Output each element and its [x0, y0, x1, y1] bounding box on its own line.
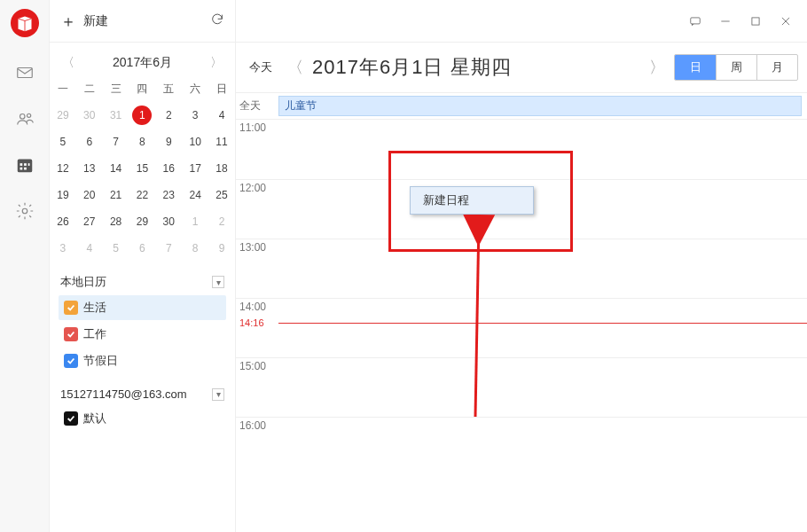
mini-cal-day[interactable]: 24: [182, 182, 208, 208]
time-grid[interactable]: 11:0012:0013:0014:0015:0016:00 14:16 新建日…: [236, 120, 807, 532]
allday-label: 全天: [236, 93, 278, 119]
mini-cal-day[interactable]: 15: [129, 155, 156, 182]
mini-cal-day[interactable]: 14: [103, 155, 129, 182]
mini-cal-day[interactable]: 17: [182, 155, 208, 182]
checkbox-icon[interactable]: [64, 327, 78, 341]
today-button[interactable]: 今天: [243, 57, 278, 78]
weekday-head: 二: [76, 76, 103, 102]
mini-cal-day[interactable]: 18: [208, 155, 235, 182]
calendar-label: 默认: [83, 411, 106, 426]
now-indicator: [278, 323, 807, 324]
checkbox-icon[interactable]: [64, 301, 78, 315]
settings-icon[interactable]: [14, 200, 35, 222]
calendar-item[interactable]: 节假日: [59, 348, 226, 373]
mail-icon[interactable]: [14, 62, 35, 83]
mini-cal-day[interactable]: 27: [76, 208, 103, 235]
hour-row[interactable]: [278, 357, 807, 417]
calendar-item[interactable]: 生活: [59, 295, 226, 320]
mini-cal-day[interactable]: 7: [155, 235, 182, 262]
maximize-icon[interactable]: [748, 15, 763, 27]
mini-cal-day[interactable]: 6: [129, 235, 156, 262]
mini-cal-day[interactable]: 31: [103, 102, 129, 129]
hour-label: 15:00: [236, 357, 278, 417]
chat-icon[interactable]: [688, 15, 702, 27]
calendar-icon[interactable]: [14, 154, 35, 176]
hour-row[interactable]: [278, 298, 807, 357]
day-header: 今天 〈 2017年6月1日 星期四 〉 日 周 月: [236, 43, 807, 92]
svg-rect-4: [20, 163, 22, 166]
checkbox-icon[interactable]: [64, 354, 78, 368]
mini-cal-day[interactable]: 2: [155, 102, 182, 129]
mini-cal-day[interactable]: 21: [103, 182, 129, 208]
mini-cal-day[interactable]: 23: [155, 182, 182, 208]
mini-cal-day[interactable]: 5: [50, 129, 76, 155]
hour-row[interactable]: [278, 239, 807, 298]
view-day[interactable]: 日: [675, 55, 716, 80]
contacts-icon[interactable]: [14, 108, 35, 129]
expand-icon[interactable]: ▾: [212, 276, 224, 288]
mini-cal-day[interactable]: 1: [129, 102, 156, 129]
allday-event[interactable]: 儿童节: [278, 96, 802, 116]
mini-cal-day[interactable]: 26: [50, 208, 76, 235]
mini-cal-day[interactable]: 22: [129, 182, 156, 208]
mini-cal-day[interactable]: 5: [103, 235, 129, 262]
mini-cal-day[interactable]: 6: [76, 129, 103, 155]
mini-cal-day[interactable]: 8: [129, 129, 156, 155]
new-button[interactable]: 新建: [83, 13, 108, 29]
mini-cal-day[interactable]: 4: [76, 235, 103, 262]
mini-cal-day[interactable]: 2: [208, 208, 235, 235]
local-calendars-group: 本地日历 ▾ 生活工作节假日: [50, 262, 235, 375]
svg-point-2: [27, 113, 30, 117]
now-label: 14:16: [239, 317, 264, 328]
next-day[interactable]: 〉: [640, 51, 674, 83]
weekday-head: 日: [208, 76, 235, 102]
calendar-item[interactable]: 工作: [59, 322, 226, 347]
weekday-head: 一: [50, 76, 76, 102]
context-menu-new-event[interactable]: 新建日程: [410, 186, 534, 215]
mini-cal-day[interactable]: 8: [182, 235, 208, 262]
mini-cal-day[interactable]: 19: [50, 182, 76, 208]
prev-day[interactable]: 〈: [278, 51, 312, 83]
mini-cal-day[interactable]: 7: [103, 129, 129, 155]
plus-icon[interactable]: ＋: [60, 11, 76, 32]
refresh-icon[interactable]: [210, 12, 224, 30]
mini-cal-day[interactable]: 3: [50, 235, 76, 262]
window-controls: [236, 0, 807, 43]
mini-cal-prev[interactable]: 〈: [59, 51, 78, 74]
hour-label: 12:00: [236, 179, 278, 239]
mini-cal-day[interactable]: 1: [182, 208, 208, 235]
mini-cal-day[interactable]: 25: [208, 182, 235, 208]
hour-row[interactable]: [278, 417, 807, 476]
calendar-item[interactable]: 默认: [59, 406, 226, 431]
mini-cal-day[interactable]: 29: [50, 102, 76, 129]
mini-cal-day[interactable]: 28: [103, 208, 129, 235]
expand-icon[interactable]: ▾: [212, 388, 224, 401]
calendar-label: 工作: [83, 326, 106, 342]
mini-cal-day[interactable]: 13: [76, 155, 103, 182]
hour-row[interactable]: [278, 179, 807, 239]
minimize-icon[interactable]: [718, 15, 733, 27]
svg-rect-8: [24, 168, 27, 170]
mini-cal-day[interactable]: 30: [155, 208, 182, 235]
checkbox-icon[interactable]: [64, 411, 78, 426]
mini-cal-day[interactable]: 4: [208, 102, 235, 129]
view-week[interactable]: 周: [716, 55, 756, 80]
hour-row[interactable]: [278, 120, 807, 179]
mini-cal-day[interactable]: 3: [182, 102, 208, 129]
sidebar: ＋ 新建 〈 2017年6月 〉 一二三四五六日 293031123456789…: [50, 0, 236, 532]
mini-cal-day[interactable]: 12: [50, 155, 76, 182]
mini-cal-day[interactable]: 11: [208, 129, 235, 155]
mini-cal-day[interactable]: 29: [129, 208, 156, 235]
mini-cal-day[interactable]: 20: [76, 182, 103, 208]
svg-rect-0: [17, 68, 32, 78]
mini-cal-day[interactable]: 9: [155, 129, 182, 155]
account-label: 15127114750@163.com: [60, 387, 187, 401]
mini-cal-day[interactable]: 9: [208, 235, 235, 262]
close-icon[interactable]: [779, 15, 793, 27]
mini-cal-next[interactable]: 〉: [207, 51, 226, 74]
mini-cal-day[interactable]: 10: [182, 129, 208, 155]
weekday-head: 五: [155, 76, 182, 102]
view-month[interactable]: 月: [756, 55, 797, 80]
mini-cal-day[interactable]: 30: [76, 102, 103, 129]
mini-cal-day[interactable]: 16: [155, 155, 182, 182]
